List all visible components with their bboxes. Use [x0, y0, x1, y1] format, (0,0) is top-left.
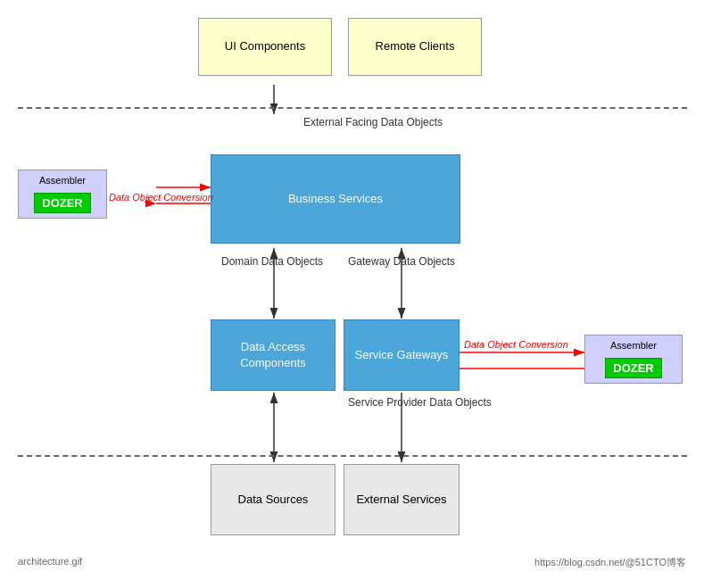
data-sources-label: Data Sources	[238, 492, 309, 508]
footer-left: architecture.gif	[18, 556, 82, 569]
dashed-line-top	[18, 107, 687, 109]
gateway-data-label: Gateway Data Objects	[348, 255, 455, 269]
domain-data-label: Domain Data Objects	[221, 255, 323, 269]
left-assembler-label: Assembler	[23, 175, 102, 186]
service-provider-label: Service Provider Data Objects	[348, 396, 492, 410]
architecture-diagram: UI Components Remote Clients External Fa…	[0, 0, 704, 571]
remote-clients-label: Remote Clients	[376, 38, 455, 54]
right-dozer-badge: DOZER	[605, 358, 662, 378]
right-conversion-label: Data Object Conversion	[464, 339, 568, 350]
service-gateways-label: Service Gateways	[355, 347, 449, 363]
left-assembler: Assembler DOZER	[18, 170, 107, 219]
business-services-box: Business Services	[211, 154, 460, 244]
ui-components-box: UI Components	[198, 18, 332, 76]
business-services-label: Business Services	[288, 191, 383, 207]
service-gateways-box: Service Gateways	[344, 319, 460, 391]
footer: architecture.gif https://blog.csdn.net/@…	[0, 556, 704, 569]
external-services-label: External Services	[356, 492, 446, 508]
left-dozer-badge: DOZER	[34, 193, 91, 213]
right-assembler-label: Assembler	[590, 340, 677, 351]
left-conversion-label: Data Object Conversion	[109, 192, 213, 203]
dashed-line-bottom	[18, 455, 687, 457]
data-access-label: Data Access Components	[240, 339, 306, 371]
external-services-box: External Services	[344, 464, 460, 535]
remote-clients-box: Remote Clients	[348, 18, 482, 76]
right-assembler: Assembler DOZER	[584, 335, 683, 384]
footer-right: https://blog.csdn.net/@51CTO博客	[534, 556, 686, 569]
data-sources-box: Data Sources	[211, 464, 335, 535]
data-access-box: Data Access Components	[211, 319, 335, 391]
external-facing-label: External Facing Data Objects	[303, 116, 443, 130]
ui-components-label: UI Components	[225, 38, 305, 54]
